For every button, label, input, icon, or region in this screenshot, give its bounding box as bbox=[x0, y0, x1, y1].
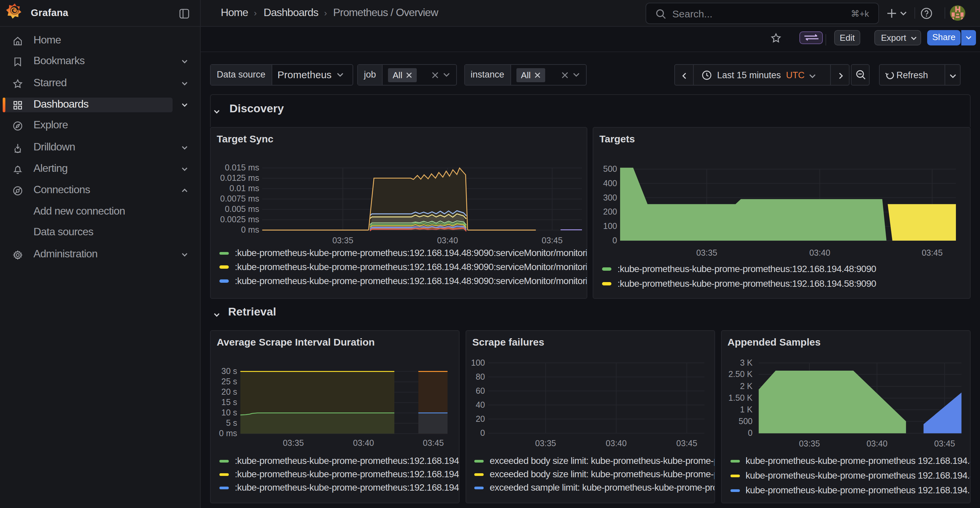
svg-text:03:40: 03:40 bbox=[810, 248, 830, 257]
svg-text:15 s: 15 s bbox=[221, 397, 237, 407]
svg-text:5 s: 5 s bbox=[226, 418, 237, 427]
svg-text:3 K: 3 K bbox=[740, 358, 752, 367]
svg-text:200: 200 bbox=[603, 207, 617, 216]
svg-text:40: 40 bbox=[476, 400, 485, 410]
svg-text:20 s: 20 s bbox=[221, 387, 237, 396]
svg-text:0 ms: 0 ms bbox=[219, 429, 237, 438]
svg-text:80: 80 bbox=[476, 372, 485, 381]
svg-text:03:45: 03:45 bbox=[542, 236, 563, 245]
svg-text:500: 500 bbox=[738, 416, 752, 426]
svg-text:03:45: 03:45 bbox=[676, 438, 697, 448]
svg-text:0: 0 bbox=[748, 428, 752, 438]
svg-text:03:40: 03:40 bbox=[353, 438, 374, 448]
svg-text:100: 100 bbox=[603, 221, 617, 230]
svg-text:300: 300 bbox=[603, 193, 617, 202]
svg-text:2.50 K: 2.50 K bbox=[728, 369, 752, 379]
svg-text:20: 20 bbox=[476, 414, 485, 424]
svg-text:30 s: 30 s bbox=[221, 366, 237, 376]
svg-text:0.0025 ms: 0.0025 ms bbox=[220, 214, 259, 224]
svg-text:1.50 K: 1.50 K bbox=[728, 393, 752, 402]
svg-text:10 s: 10 s bbox=[221, 408, 237, 417]
svg-text:100: 100 bbox=[471, 358, 485, 367]
svg-text:0.015 ms: 0.015 ms bbox=[225, 163, 259, 172]
svg-text:0 ms: 0 ms bbox=[241, 225, 259, 234]
svg-text:03:45: 03:45 bbox=[922, 248, 943, 257]
svg-text:60: 60 bbox=[476, 386, 485, 395]
svg-text:03:35: 03:35 bbox=[283, 438, 304, 448]
svg-text:03:40: 03:40 bbox=[606, 438, 627, 448]
svg-text:2 K: 2 K bbox=[740, 381, 752, 391]
svg-text:0.01 ms: 0.01 ms bbox=[229, 184, 259, 193]
svg-text:03:40: 03:40 bbox=[866, 439, 887, 448]
svg-text:0.0075 ms: 0.0075 ms bbox=[220, 194, 259, 203]
svg-text:03:35: 03:35 bbox=[332, 236, 353, 245]
svg-text:0.0125 ms: 0.0125 ms bbox=[220, 173, 259, 183]
svg-text:500: 500 bbox=[603, 164, 617, 173]
svg-text:03:45: 03:45 bbox=[423, 438, 444, 448]
svg-text:03:45: 03:45 bbox=[934, 439, 955, 448]
svg-text:1 K: 1 K bbox=[740, 405, 752, 414]
svg-text:25 s: 25 s bbox=[221, 377, 237, 386]
svg-text:03:35: 03:35 bbox=[535, 438, 556, 448]
svg-text:0.005 ms: 0.005 ms bbox=[225, 204, 259, 214]
svg-text:03:40: 03:40 bbox=[437, 236, 458, 245]
svg-text:03:35: 03:35 bbox=[696, 248, 718, 257]
svg-text:0: 0 bbox=[612, 236, 617, 245]
svg-text:400: 400 bbox=[603, 178, 617, 188]
svg-text:0: 0 bbox=[480, 428, 485, 438]
svg-text:03:35: 03:35 bbox=[799, 439, 820, 448]
